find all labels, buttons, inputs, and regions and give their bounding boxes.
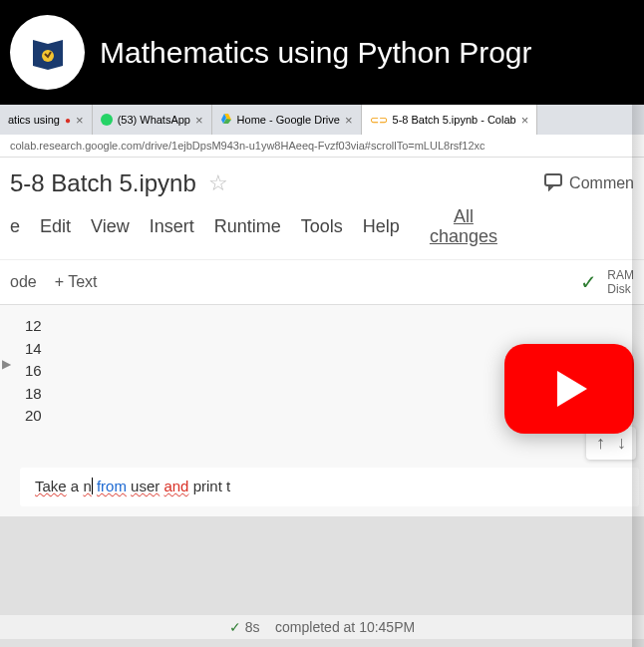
code-button[interactable]: ode [10, 273, 37, 291]
tab-1[interactable]: atics using ● × [0, 105, 93, 135]
ram-label: RAM [607, 268, 634, 282]
browser-tabs: atics using ● × (53) WhatsApp × Home - G… [0, 105, 644, 135]
youtube-play-button[interactable] [504, 344, 634, 434]
tab-label: 5-8 Batch 5.ipynb - Colab [393, 114, 516, 126]
arrow-up-icon[interactable]: ↑ [596, 433, 605, 454]
all-changes-l1: All [454, 206, 474, 226]
status-bar: ✓ 8s completed at 10:45PM [0, 615, 644, 639]
url-bar[interactable]: colab.research.google.com/drive/1ejbDpsM… [0, 135, 644, 158]
code-keyword: and [163, 478, 188, 494]
tab-3[interactable]: Home - Google Drive × [212, 105, 362, 135]
tab-label: (53) WhatsApp [118, 114, 190, 126]
close-icon[interactable]: × [345, 113, 353, 128]
status-time: 8s [245, 619, 260, 635]
comment-icon [543, 171, 563, 195]
all-changes-link[interactable]: All changes [430, 207, 497, 247]
drive-icon [220, 113, 232, 127]
code-word: Take [35, 478, 67, 494]
notebook-title[interactable]: 5-8 Batch 5.ipynb [10, 169, 196, 197]
code-keyword: from [97, 478, 127, 494]
check-icon: ✓ [580, 270, 597, 294]
disk-label: Disk [607, 282, 634, 296]
tab-2[interactable]: (53) WhatsApp × [93, 105, 212, 135]
menu-edit[interactable]: Edit [40, 216, 71, 237]
right-shadow [632, 0, 644, 647]
book-logo-icon [23, 28, 73, 78]
code-cell[interactable]: Take a n from user and print t [20, 468, 639, 506]
code-word: print t [193, 478, 231, 494]
channel-logo[interactable] [10, 15, 85, 90]
close-icon[interactable]: × [521, 113, 529, 128]
comment-label: Commen [569, 174, 634, 192]
whatsapp-icon [101, 114, 113, 126]
tab-label: atics using [8, 114, 60, 126]
ram-disk-indicator[interactable]: RAM Disk [607, 268, 634, 297]
close-icon[interactable]: × [195, 113, 203, 128]
video-header: Mathematics using Python Progr [0, 0, 644, 105]
menu-help[interactable]: Help [363, 216, 400, 237]
arrow-down-icon[interactable]: ↓ [617, 433, 626, 454]
all-changes-l2: changes [430, 226, 497, 246]
toolbar: ode + Text ✓ RAM Disk [0, 259, 644, 306]
menu-bar: e Edit View Insert Runtime Tools Help Al… [10, 197, 634, 259]
colab-header: 5-8 Batch 5.ipynb ☆ Commen e Edit View I… [0, 158, 644, 259]
colab-icon: ⊂⊃ [370, 114, 388, 127]
tab-4[interactable]: ⊂⊃ 5-8 Batch 5.ipynb - Colab × [362, 105, 538, 135]
code-word: n [83, 478, 91, 494]
svg-rect-1 [545, 174, 561, 185]
text-button[interactable]: + Text [55, 273, 98, 291]
menu-view[interactable]: View [91, 216, 130, 237]
menu-insert[interactable]: Insert [150, 216, 194, 237]
recording-icon: ● [65, 115, 71, 126]
menu-runtime[interactable]: Runtime [214, 216, 281, 237]
tab-label: Home - Google Drive [237, 114, 340, 126]
status-message: completed at 10:45PM [275, 619, 415, 635]
check-icon: ✓ [229, 619, 241, 635]
star-icon[interactable]: ☆ [208, 170, 228, 196]
code-word: a [71, 478, 79, 494]
code-word: user [131, 478, 160, 494]
close-icon[interactable]: × [76, 113, 84, 128]
output-line: 12 [25, 315, 639, 338]
video-title: Mathematics using Python Progr [100, 36, 532, 70]
chevron-right-icon[interactable]: ▶ [2, 357, 11, 371]
comment-button[interactable]: Commen [543, 171, 634, 195]
menu-tools[interactable]: Tools [301, 216, 343, 237]
